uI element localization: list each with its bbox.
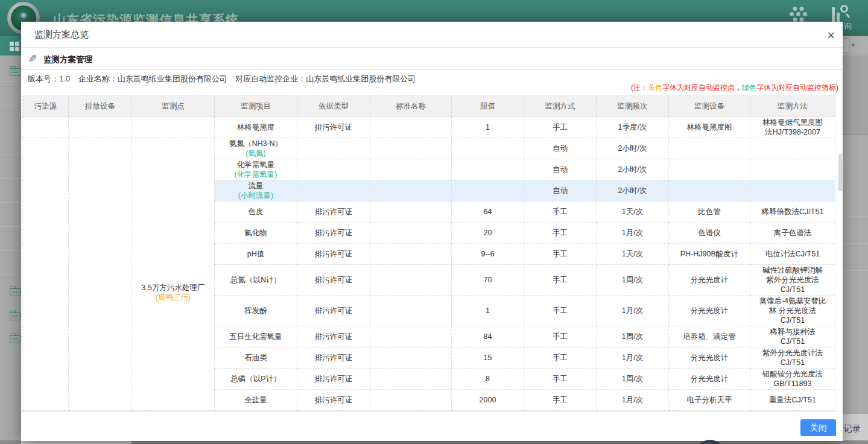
device-cell: 分光光度计: [669, 265, 750, 296]
item-cell: 化学需氧量(化学需氧量): [215, 159, 297, 180]
standard-cell: [370, 265, 452, 296]
record-label: 记录: [844, 423, 861, 434]
sidebar: [0, 56, 21, 442]
mode-cell: 手工: [524, 223, 597, 244]
table-cell: [69, 117, 132, 138]
method-cell: 碱性过硫酸钾消解 紫外分光光度法 CJ/T51: [750, 265, 835, 296]
mode-cell: 自动: [524, 138, 597, 159]
standard-cell: [370, 223, 452, 244]
folder-icon[interactable]: [10, 312, 21, 320]
menu-grid-icon[interactable]: [10, 42, 19, 51]
method-cell: 林格曼烟气黑度图 法HJ/T398-2007: [750, 117, 835, 138]
method-cell: 稀释倍数法CJ/T51: [750, 201, 835, 223]
column-header: 污染源: [23, 96, 69, 117]
scrollbar-thumb[interactable]: [838, 154, 843, 191]
standard-cell: [370, 244, 452, 265]
standard-cell: [370, 369, 452, 390]
mode-cell: 手工: [524, 117, 597, 138]
chart-search-icon[interactable]: [831, 5, 849, 22]
method-cell: 稀释与接种法 CJ/T51: [750, 326, 835, 347]
method-cell: 蒸馏后-4氨基安替比 林 分光光度法 CJ/T51: [750, 296, 835, 326]
device-cell: 电子分析天平: [669, 390, 750, 411]
basis-cell: 排污许可证: [297, 296, 370, 326]
method-cell: 电位计法CJ/T51: [750, 244, 835, 265]
frequency-cell: 1天/次: [597, 244, 669, 265]
standard-cell: [370, 296, 452, 326]
basis-cell: 排污许可证: [297, 369, 370, 390]
limit-cell: 1: [452, 117, 524, 138]
frequency-cell: 1季度/次: [597, 117, 669, 138]
version-value: 1.0: [59, 74, 70, 83]
column-header: 监测方法: [750, 96, 835, 117]
item-cell: pH值: [215, 244, 297, 265]
standard-cell: [370, 326, 452, 347]
mode-cell: 手工: [524, 369, 597, 390]
limit-cell: 20: [452, 223, 524, 244]
method-cell: 钼酸铵分光光度法 GB/T11893: [750, 369, 835, 390]
standard-cell: [370, 180, 452, 201]
column-header: 监测频次: [597, 96, 669, 117]
note-line: (注：黄色字体为对应自动监控点，绿色字体为对应自动监控指标): [631, 83, 838, 93]
mode-cell: 手工: [524, 265, 597, 296]
discharge-device-cell: [69, 138, 132, 411]
device-cell: 培养箱、滴定管: [669, 326, 750, 347]
frequency-cell: 2小时/次: [597, 180, 669, 201]
mode-cell: 手工: [524, 390, 597, 411]
auto-company-value: 山东晨鸣纸业集团股份有限公司: [306, 74, 416, 83]
standard-cell: [370, 201, 452, 223]
basis-cell: 排污许可证: [297, 201, 370, 223]
basis-cell: 排污许可证: [297, 326, 370, 347]
frequency-cell: 2小时/次: [597, 138, 669, 159]
limit-cell: 64: [452, 201, 524, 223]
limit-cell: 84: [452, 326, 524, 347]
pollution-source-cell: [23, 138, 69, 411]
close-button[interactable]: 关闭: [800, 419, 836, 436]
basis-cell: [297, 180, 370, 201]
pen-icon: ✎: [28, 52, 37, 65]
item-cell: 总磷（以P计）: [215, 369, 297, 390]
column-header: 监测方式: [524, 96, 597, 117]
item-cell: 林格曼黑度: [215, 117, 297, 138]
info-line: 版本号：1.0 企业名称：山东晨鸣纸业集团股份有限公司 对应自动监控企业：山东晨…: [28, 74, 416, 84]
device-cell: 比色管: [669, 201, 750, 223]
column-header: 排放设备: [69, 96, 132, 117]
method-cell: [750, 138, 835, 159]
close-icon[interactable]: ×: [827, 28, 835, 43]
basis-cell: 排污许可证: [297, 223, 370, 244]
query-label: 询: [844, 21, 852, 32]
table-cell: [23, 117, 69, 138]
table-header-row: 污染源排放设备监测点监测项目依据类型标准名称限值监测方式监测频次监测设备监测方法: [23, 96, 835, 117]
basis-cell: 排污许可证: [297, 265, 370, 296]
modal-titlebar: 监测方案总览 ×: [21, 22, 843, 48]
modal-title: 监测方案总览: [34, 29, 89, 40]
device-cell: 色谱仪: [669, 223, 750, 244]
standard-cell: [370, 138, 452, 159]
background-band: [843, 56, 868, 135]
method-cell: 离子色谱法: [750, 223, 835, 244]
device-cell: PH-HJ90B酸度计: [669, 244, 750, 265]
basis-cell: 排污许可证: [297, 347, 370, 369]
basis-cell: 排污许可证: [297, 117, 370, 138]
method-cell: 重量法CJ/T51: [750, 390, 835, 411]
plan-table: 污染源排放设备监测点监测项目依据类型标准名称限值监测方式监测频次监测设备监测方法…: [22, 95, 835, 411]
folder-icon[interactable]: [10, 288, 21, 296]
monitoring-point-cell: 3.5万方污水处理厂(晨鸣三污): [132, 138, 215, 411]
section-title: 监测方案管理: [43, 54, 92, 65]
folder-icon[interactable]: [10, 335, 21, 343]
frequency-cell: 1月/次: [597, 347, 669, 369]
folder-icon[interactable]: [10, 68, 21, 76]
mode-cell: 手工: [524, 201, 597, 223]
item-cell: 石油类: [215, 347, 297, 369]
table-row: 3.5万方污水处理厂(晨鸣三污)氨氮（NH3-N）(氨氮)自动2小时/次: [23, 138, 835, 159]
column-header: 标准名称: [370, 96, 452, 117]
frequency-cell: 1月/次: [597, 390, 669, 411]
standard-cell: [370, 347, 452, 369]
item-cell: 挥发酚: [215, 296, 297, 326]
frequency-cell: 1周/次: [597, 265, 669, 296]
monitoring-plan-modal: 监测方案总览 × ✎ 监测方案管理 版本号：1.0 企业名称：山东晨鸣纸业集团股…: [21, 22, 843, 441]
frequency-cell: 2小时/次: [597, 159, 669, 180]
device-cell: 林格曼黑度图: [669, 117, 750, 138]
item-cell: 色度: [215, 201, 297, 223]
mode-cell: 手工: [524, 296, 597, 326]
apps-grid-icon[interactable]: [796, 12, 800, 16]
